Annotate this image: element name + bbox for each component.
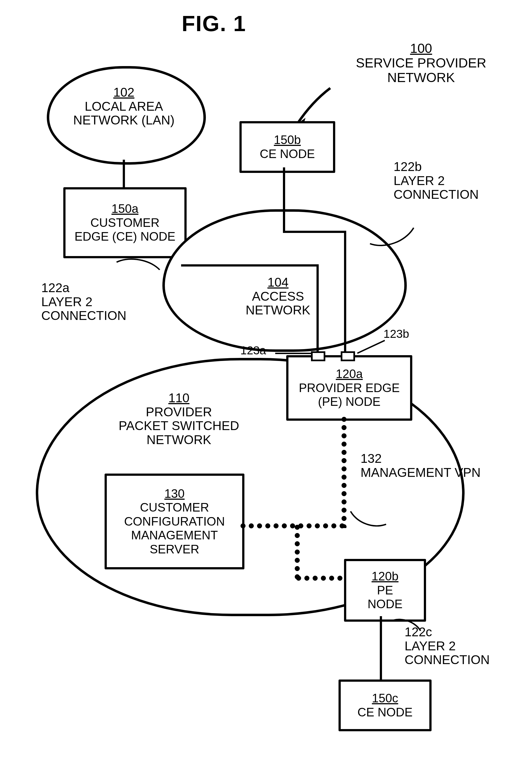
link-122a-v-to-pe xyxy=(316,264,319,355)
box-ce-b: 150b CE NODE xyxy=(239,121,335,173)
box-pe-a: 120a PROVIDER EDGE (PE) NODE xyxy=(286,355,412,421)
leader-123b xyxy=(357,340,385,354)
pe-a-num: 120a xyxy=(336,367,363,381)
box-ccms: 130 CUSTOMER CONFIGURATION MANAGEMENT SE… xyxy=(105,474,244,569)
ppsn-num: 110 xyxy=(168,391,189,405)
label-mvpn-text: MANAGEMENT VPN xyxy=(360,465,481,480)
pe-b-num: 120b xyxy=(372,569,399,583)
ce-c-text: CE NODE xyxy=(357,705,412,720)
box-pe-b: 120b PE NODE xyxy=(344,559,426,622)
label-123b: 123b xyxy=(374,328,418,340)
label-123a-num: 123a xyxy=(240,344,266,357)
link-122b-v2-to-pe xyxy=(344,231,346,355)
label-mvpn-num: 132 xyxy=(360,451,382,466)
pe-b-text: PE NODE xyxy=(367,583,402,611)
lan-num: 102 xyxy=(113,86,134,99)
pe-a-text: PROVIDER EDGE (PE) NODE xyxy=(299,381,400,409)
figure-title: FIG. 1 xyxy=(182,11,246,36)
lan-text: LOCAL AREA NETWORK (LAN) xyxy=(73,99,175,128)
label-122b-text: LAYER 2 CONNECTION xyxy=(394,173,479,202)
ccms-text: CUSTOMER CONFIGURATION MANAGEMENT SERVER xyxy=(124,500,225,556)
ce-c-num: 150c xyxy=(372,691,398,705)
link-122a-h xyxy=(181,264,319,266)
port-123b xyxy=(341,351,355,361)
lan-label: 102 LOCAL AREA NETWORK (LAN) xyxy=(69,86,179,127)
callout-service-provider-network: 100 SERVICE PROVIDER NETWORK xyxy=(336,41,506,85)
ccms-num: 130 xyxy=(164,487,185,501)
callout-100-text: SERVICE PROVIDER NETWORK xyxy=(356,56,486,85)
callout-100-num: 100 xyxy=(410,41,432,56)
access-label: 104 ACCESS NETWORK xyxy=(229,275,328,317)
leader-123a xyxy=(275,353,311,354)
box-ce-c: 150c CE NODE xyxy=(339,679,432,731)
access-num: 104 xyxy=(268,275,289,289)
label-122b: 122b LAYER 2 CONNECTION xyxy=(394,160,493,202)
label-122a-num: 122a xyxy=(41,280,69,295)
link-122c xyxy=(380,616,382,679)
ce-a-num: 150a xyxy=(111,202,138,216)
mvpn-seg4 xyxy=(294,575,347,581)
label-122a-text: LAYER 2 CONNECTION xyxy=(41,295,126,323)
box-ce-a: 150a CUSTOMER EDGE (CE) NODE xyxy=(63,187,186,258)
ce-b-num: 150b xyxy=(274,133,301,147)
mvpn-seg2 xyxy=(239,523,347,529)
label-122b-num: 122b xyxy=(394,159,422,174)
ce-a-text: CUSTOMER EDGE (CE) NODE xyxy=(75,216,176,244)
ppsn-label: 110 PROVIDER PACKET SWITCHED NETWORK xyxy=(105,391,253,446)
ce-b-text: CE NODE xyxy=(260,147,315,161)
link-lan-to-ce-a xyxy=(123,160,125,187)
ppsn-text: PROVIDER PACKET SWITCHED NETWORK xyxy=(119,405,239,447)
access-text: ACCESS NETWORK xyxy=(245,289,310,318)
mvpn-seg3 xyxy=(294,523,300,581)
label-123a: 123a xyxy=(229,344,278,357)
link-122b-h xyxy=(283,231,346,233)
mvpn-seg1 xyxy=(341,415,347,528)
label-123b-num: 123b xyxy=(383,327,409,340)
port-123a xyxy=(311,351,325,361)
link-122b-v1 xyxy=(283,167,285,231)
label-mvpn: 132 MANAGEMENT VPN xyxy=(360,451,493,479)
